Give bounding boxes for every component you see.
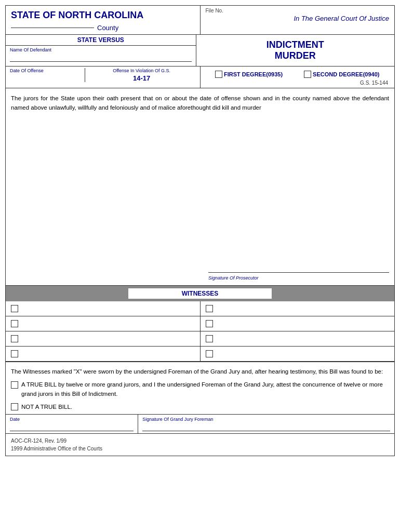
defendant-name-area: Name Of Defendant xyxy=(6,46,196,66)
witness-checkbox-3b[interactable] xyxy=(206,335,213,342)
witness-checkbox-4a[interactable] xyxy=(11,350,18,357)
date-cell-label: Date xyxy=(10,417,134,422)
violation-field-label: Offense In Violation Of G.S. xyxy=(113,68,170,73)
offense-violation: Offense In Violation Of G.S. 14-17 xyxy=(88,68,196,82)
foreman-label: Signature Of Grand Jury Foreman xyxy=(142,417,390,422)
first-degree-label: FIRST DEGREE(0935) xyxy=(224,71,283,77)
witness-checkbox-2b[interactable] xyxy=(206,320,213,327)
state-title: STATE OF NORTH CAROLINA xyxy=(11,10,195,21)
versus-header: STATE VERSUS xyxy=(6,35,196,46)
witness-checkbox-1a[interactable] xyxy=(11,305,18,312)
header-right: File No. In The General Court Of Justice xyxy=(201,6,395,34)
witness-cell-4a xyxy=(6,347,201,361)
main-body-text: The jurors for the State upon their oath… xyxy=(11,94,389,113)
witness-cell-2a xyxy=(6,316,201,331)
witness-cell-3b xyxy=(201,331,395,346)
date-cell: Date xyxy=(6,415,138,433)
indictment-title: INDICTMENT xyxy=(266,39,324,50)
witnesses-note-text: The Witnesses marked "X" were sworn by t… xyxy=(11,367,389,376)
foreman-field-line xyxy=(142,423,390,431)
first-degree-checkbox[interactable] xyxy=(215,71,222,78)
witness-checkbox-1b[interactable] xyxy=(206,305,213,312)
versus-right: INDICTMENT MURDER xyxy=(196,35,395,66)
not-true-bill-row: NOT A TRUE BILL. xyxy=(11,403,389,411)
county-row: County xyxy=(11,24,195,32)
witness-cell-2b xyxy=(201,316,395,331)
witness-row-3 xyxy=(6,331,394,347)
versus-left: STATE VERSUS Name Of Defendant xyxy=(6,35,196,66)
first-degree-option: FIRST DEGREE(0935) xyxy=(215,71,283,78)
date-field-label: Date Of Offense xyxy=(10,68,82,73)
witnesses-header-right-bar xyxy=(272,288,394,299)
witnesses-header-center: WITNESSES xyxy=(128,288,272,299)
offense-left-inner: Date Of Offense Offense In Violation Of … xyxy=(10,68,196,82)
gs-ref: G.S. 15-144 xyxy=(360,80,388,86)
offense-date: Date Of Offense xyxy=(10,68,85,82)
defendant-field-label: Name Of Defendant xyxy=(10,47,192,52)
witnesses-header-bar: WITNESSES xyxy=(6,286,394,301)
gs-ref-row: G.S. 15-144 xyxy=(205,80,391,86)
court-label: In The General Court Of Justice xyxy=(294,15,389,22)
prosecutor-signature-label: Signature Of Prosecutor xyxy=(208,275,259,281)
prosecutor-signature-row: Signature Of Prosecutor xyxy=(208,272,389,281)
violation-code: 14-17 xyxy=(133,74,150,82)
true-bill-row: A TRUE BILL by twelve or more grand juro… xyxy=(11,380,389,398)
not-true-bill-text: NOT A TRUE BILL. xyxy=(21,403,72,411)
document-container: STATE OF NORTH CAROLINA County File No. … xyxy=(5,5,395,456)
foreman-cell: Signature Of Grand Jury Foreman xyxy=(138,415,394,433)
document-header: STATE OF NORTH CAROLINA County File No. … xyxy=(6,6,394,35)
witness-cell-3a xyxy=(6,331,201,346)
offense-section: Date Of Offense Offense In Violation Of … xyxy=(6,66,394,88)
admin-office: 1999 Administrative Office of the Courts xyxy=(11,445,389,453)
main-text-section: The jurors for the State upon their oath… xyxy=(6,88,394,286)
second-degree-option: SECOND DEGREE(0940) xyxy=(304,71,379,78)
witness-row-4 xyxy=(6,347,394,362)
date-field-line xyxy=(10,423,134,431)
true-bill-text: A TRUE BILL by twelve or more grand juro… xyxy=(21,380,389,398)
witness-cell-1a xyxy=(6,301,201,316)
murder-title: MURDER xyxy=(275,50,316,61)
offense-right: FIRST DEGREE(0935) SECOND DEGREE(0940) G… xyxy=(201,66,395,88)
date-foreman-row: Date Signature Of Grand Jury Foreman xyxy=(6,415,394,434)
header-left: STATE OF NORTH CAROLINA County xyxy=(6,6,201,34)
witness-cell-4b xyxy=(201,347,395,361)
witness-checkbox-4b[interactable] xyxy=(206,350,213,357)
witness-checkbox-3a[interactable] xyxy=(11,335,18,342)
witness-checkbox-2a[interactable] xyxy=(11,320,18,327)
witness-row-1 xyxy=(6,301,394,316)
not-true-bill-checkbox[interactable] xyxy=(11,403,18,410)
second-degree-checkbox[interactable] xyxy=(304,71,311,78)
witness-row-2 xyxy=(6,316,394,331)
offense-left: Date Of Offense Offense In Violation Of … xyxy=(6,66,201,88)
second-degree-label: SECOND DEGREE(0940) xyxy=(313,71,379,77)
witness-cell-1b xyxy=(201,301,395,316)
witnesses-header-left-bar xyxy=(6,288,128,299)
bottom-text-section: The Witnesses marked "X" were sworn by t… xyxy=(6,362,394,415)
defendant-field-line xyxy=(10,54,192,62)
footer: AOC-CR-124, Rev. 1/99 1999 Administrativ… xyxy=(6,434,394,456)
form-ref: AOC-CR-124, Rev. 1/99 xyxy=(11,437,389,445)
true-bill-checkbox[interactable] xyxy=(11,381,18,389)
county-label: County xyxy=(97,24,118,32)
witnesses-rows xyxy=(6,301,394,362)
county-line xyxy=(11,28,94,28)
file-no-label: File No. xyxy=(206,8,223,14)
versus-section: STATE VERSUS Name Of Defendant INDICTMEN… xyxy=(6,35,394,66)
